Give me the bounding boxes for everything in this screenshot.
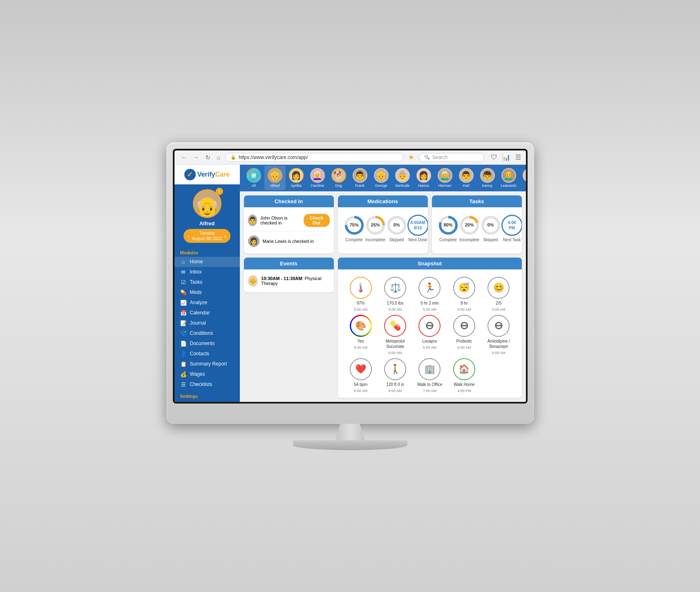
snapshot-amlodipine[interactable]: ⊖ Amlodipine / Benazepri 6:00 AM: [483, 315, 514, 355]
events-body: 👴 10:30AM - 11:30AM: Physical Therapy: [244, 269, 334, 292]
browser-bar: ← → ↻ ⌂ 🔒 https://www.verifycare.com/app…: [174, 150, 526, 165]
checked-in-header: Checked In: [244, 195, 334, 207]
user-tab-leanardo[interactable]: 👨‍🦲 Leanardo: [498, 166, 519, 190]
sidebar-item-meds[interactable]: 💊 Meds: [174, 287, 240, 298]
sidebar-item-documents[interactable]: 📄 Documents: [174, 339, 240, 349]
user-tab-caroline[interactable]: 👩‍🦳 Caroline: [307, 166, 328, 190]
frank-tab-name: Frank: [355, 184, 365, 188]
home-nav-label: Home: [190, 259, 203, 265]
tasks-body: 80% Complete: [432, 207, 522, 249]
back-button[interactable]: ←: [179, 153, 188, 161]
alfred-avatar: 👴: [268, 168, 282, 183]
user-tab-olive[interactable]: 👩‍🦱 Olive: [519, 166, 526, 190]
user-tab-aprillia[interactable]: 👩 Aprillia: [286, 166, 307, 190]
next-date-button[interactable]: ›: [224, 233, 226, 239]
user-avatar-area: 👴 ! Alfred ‹ Tuesday August 9th 2022: [174, 184, 240, 246]
dog-avatar: 🐕: [331, 168, 346, 183]
sidebar-item-contacts[interactable]: 👤 Contacts: [174, 349, 240, 359]
sidebar-item-inbox[interactable]: ✉ Inbox: [174, 267, 240, 277]
snapshot-heartrate[interactable]: ❤️ 54 bpm 6:00 AM: [345, 358, 376, 393]
sidebar-item-wages[interactable]: 💰 Wages: [174, 369, 240, 379]
events-header: Events: [244, 258, 334, 269]
sidebar-item-my-profile[interactable]: ⚙ My Profile: [174, 400, 240, 402]
user-name: Alfred: [199, 220, 215, 226]
walk-home-time: 4:00 PM: [457, 389, 471, 393]
summary-nav-label: Summary Report: [190, 361, 227, 367]
user-tab-all[interactable]: ⊞ All: [243, 166, 264, 190]
heartrate-time: 6:00 AM: [354, 389, 367, 393]
snapshot-probiotic[interactable]: ⊖ Probiotic 6:00 AM: [449, 315, 480, 355]
probiotic-icon: ⊖: [453, 315, 475, 337]
meds-incomplete-item: 25% Incomplete: [365, 215, 386, 242]
user-tab-george[interactable]: 👴 George: [371, 166, 392, 190]
kenny-tab-name: Kenny: [482, 184, 493, 188]
user-tab-gertrude[interactable]: 👵 Gertrude: [392, 166, 413, 190]
user-tab-frank[interactable]: 👨 Frank: [349, 166, 371, 190]
stats-icon: 📊: [502, 153, 510, 161]
tasks-incomplete-donut: 20%: [459, 215, 480, 236]
settings-label: Settings: [174, 390, 240, 400]
snapshot-mood[interactable]: 😊 2/5 5:00 AM: [483, 277, 514, 312]
snapshot-color-wheel[interactable]: 🎨 Yes 5:00 AM: [345, 315, 376, 355]
meds-skipped-pct: 0%: [394, 222, 400, 228]
snapshot-temperature[interactable]: 🌡️ 97% 5:00 AM: [345, 277, 376, 312]
journal-nav-label: Journal: [190, 320, 206, 326]
search-bar[interactable]: 🔍 Search: [419, 153, 484, 162]
medications-donut-row: 75% Complete: [342, 211, 424, 245]
snapshot-lexapro[interactable]: ⊖ Lexapro 6:00 AM: [414, 315, 445, 355]
app-layout: ✓ VerifyCare 👴 !: [174, 165, 526, 402]
logo-verify: Verify: [197, 171, 215, 178]
sidebar-item-journal[interactable]: 📝 Journal: [174, 318, 240, 328]
karl-avatar: 👨: [459, 168, 474, 183]
sidebar-item-summary[interactable]: 📋 Summary Report: [174, 359, 240, 369]
tasks-incomplete-label: Incomplete: [459, 238, 479, 242]
sidebar-item-conditions[interactable]: 🩺 Conditions: [174, 328, 240, 339]
sidebar-item-checklists[interactable]: ☰ Checklists: [174, 379, 240, 390]
checked-in-body: 👨 John Olson is checked in Check Out 👩 M…: [244, 207, 334, 253]
sidebar-item-home[interactable]: ⌂ Home: [174, 257, 240, 267]
snapshot-header: Snapshot: [338, 258, 522, 269]
tasks-card: Tasks: [432, 195, 522, 253]
snapshot-sleep[interactable]: 😴 8 hr 5:00 AM: [449, 277, 480, 312]
user-tab-herman[interactable]: 👨‍🦳 Herman: [434, 166, 456, 190]
snapshot-walk-home[interactable]: 🏠 Walk Home 4:00 PM: [449, 358, 480, 393]
sidebar-item-analyze[interactable]: 📈 Analyze: [174, 298, 240, 308]
snapshot-walk-to-office[interactable]: 🏢 Walk to Office 7:00 AM: [414, 358, 445, 393]
refresh-button[interactable]: ↻: [204, 153, 212, 161]
marie-checkin-text: Marie Lewis is checked in: [263, 239, 314, 244]
probiotic-time: 6:00 AM: [457, 345, 471, 350]
user-tab-karl[interactable]: 👨 Karl: [456, 166, 477, 190]
user-tab-kenny[interactable]: 👦 Kenny: [477, 166, 498, 190]
url-bar[interactable]: 🔒 https://www.verifycare.com/app/: [225, 153, 403, 162]
wages-nav-icon: 💰: [180, 371, 187, 377]
walk-office-value: Walk to Office: [417, 382, 443, 387]
snapshot-metoprolol[interactable]: 💊 Metoprolol Succinate 6:00 AM: [380, 315, 411, 355]
forward-button[interactable]: →: [192, 153, 201, 161]
snapshot-exercise[interactable]: 🏃 0 hr 2 min 5:00 AM: [414, 277, 445, 312]
medications-body: 75% Complete: [338, 207, 428, 249]
snapshot-weight[interactable]: ⚖️ 170.5 lbs 5:00 AM: [380, 277, 411, 312]
home-button[interactable]: ⌂: [215, 153, 222, 161]
url-text: https://www.verifycare.com/app/: [239, 155, 308, 160]
users-bar: ⊞ All 👴 Alfred 👩 Aprillia: [240, 165, 526, 191]
checklists-nav-label: Checklists: [190, 381, 212, 387]
tasks-skipped-item: 0% Skipped: [480, 215, 501, 242]
meds-next-circle: 6:00AM8/10: [407, 215, 428, 236]
leanardo-tab-name: Leanardo: [501, 184, 516, 188]
tasks-skipped-donut: 0%: [480, 215, 501, 236]
george-avatar: 👴: [374, 168, 389, 183]
prev-date-button[interactable]: ‹: [188, 233, 190, 239]
calendar-nav-icon: 📅: [180, 310, 187, 316]
user-tab-alfred[interactable]: 👴 Alfred: [264, 166, 286, 190]
metoprolol-time: 6:00 AM: [389, 351, 402, 355]
amlodipine-icon: ⊖: [488, 315, 510, 337]
user-tab-dog[interactable]: 🐕 Dog: [328, 166, 349, 190]
sidebar-item-tasks[interactable]: ☑ Tasks: [174, 277, 240, 287]
conditions-nav-icon: 🩺: [180, 330, 187, 336]
user-tab-hanna[interactable]: 👩 Hanna: [413, 166, 434, 190]
date-display: Tuesday August 9th 2022: [192, 231, 222, 241]
snapshot-steps[interactable]: 🚶 120 ft 0 in 6:00 AM: [380, 358, 411, 393]
checkin-row-john: 👨 John Olson is checked in Check Out: [248, 211, 330, 229]
checkout-button[interactable]: Check Out: [304, 214, 330, 227]
sidebar-item-calendar[interactable]: 📅 Calendar: [174, 308, 240, 318]
